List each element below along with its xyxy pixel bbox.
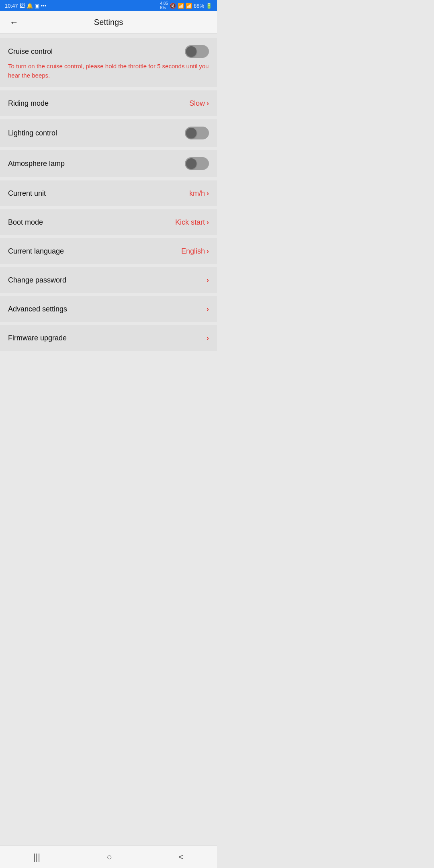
status-speed: 4.85 K/s xyxy=(160,1,168,10)
chevron-icon-current-unit: › xyxy=(207,189,209,198)
setting-value-advanced-settings: › xyxy=(207,305,209,313)
toggle-atmosphere-lamp[interactable] xyxy=(185,157,209,170)
chevron-icon-riding-mode: › xyxy=(207,99,209,108)
setting-row-current-language[interactable]: Current language English › xyxy=(0,238,217,264)
page-title: Settings xyxy=(94,18,123,27)
setting-value-text-boot-mode: Kick start xyxy=(175,218,205,227)
setting-row-advanced-settings[interactable]: Advanced settings › xyxy=(0,296,217,322)
toggle-slider-lighting-control xyxy=(185,127,209,139)
setting-row-change-password[interactable]: Change password › xyxy=(0,267,217,293)
status-wifi-icon: 📶 xyxy=(178,3,184,9)
setting-value-firmware-upgrade: › xyxy=(207,334,209,342)
setting-value-text-riding-mode: Slow xyxy=(189,99,205,108)
toggle-slider-atmosphere-lamp xyxy=(185,157,209,170)
setting-value-text-current-language: English xyxy=(181,247,205,256)
setting-row-cruise-control: Cruise control To turn on the cruise con… xyxy=(0,38,217,87)
setting-value-current-unit: km/h › xyxy=(189,189,209,198)
setting-label-advanced-settings: Advanced settings xyxy=(8,305,67,313)
cruise-note: To turn on the cruise control, please ho… xyxy=(8,62,209,80)
chevron-icon-boot-mode: › xyxy=(207,218,209,227)
setting-label-lighting-control: Lighting control xyxy=(8,129,57,137)
back-button[interactable]: ← xyxy=(6,14,22,31)
setting-value-change-password: › xyxy=(207,276,209,285)
toggle-cruise-control[interactable] xyxy=(185,45,209,58)
chevron-icon-firmware-upgrade: › xyxy=(207,334,209,342)
status-dots: ••• xyxy=(41,3,47,9)
setting-label-current-unit: Current unit xyxy=(8,189,46,198)
status-nfc-icon: ▣ xyxy=(35,3,39,9)
status-battery: 88% xyxy=(194,3,204,9)
setting-label-boot-mode: Boot mode xyxy=(8,218,43,227)
status-time: 10:47 xyxy=(5,3,18,9)
setting-label-current-language: Current language xyxy=(8,247,64,256)
setting-label-change-password: Change password xyxy=(8,276,66,285)
status-vpn-icon: 🔔 xyxy=(27,3,33,9)
toggle-lighting-control[interactable] xyxy=(185,127,209,139)
status-bar: 10:47 🖼 🔔 ▣ ••• 4.85 K/s 🔇 📶 📶 88% 🔋 xyxy=(0,0,217,11)
setting-value-text-current-unit: km/h xyxy=(189,189,205,198)
setting-label-atmosphere-lamp: Atmosphere lamp xyxy=(8,160,65,168)
setting-value-current-language: English › xyxy=(181,247,209,256)
setting-label-riding-mode: Riding mode xyxy=(8,99,49,108)
status-signal-icon: 📶 xyxy=(186,3,192,9)
settings-list: Cruise control To turn on the cruise con… xyxy=(0,34,217,383)
chevron-icon-advanced-settings: › xyxy=(207,305,209,313)
toggle-slider-cruise-control xyxy=(185,45,209,58)
settings-content: Cruise control To turn on the cruise con… xyxy=(0,34,217,355)
setting-row-riding-mode[interactable]: Riding mode Slow › xyxy=(0,90,217,116)
setting-row-current-unit[interactable]: Current unit km/h › xyxy=(0,180,217,206)
app-bar: ← Settings xyxy=(0,11,217,34)
setting-row-atmosphere-lamp: Atmosphere lamp xyxy=(0,150,217,177)
setting-row-firmware-upgrade[interactable]: Firmware upgrade › xyxy=(0,325,217,351)
setting-row-boot-mode[interactable]: Boot mode Kick start › xyxy=(0,209,217,235)
setting-value-boot-mode: Kick start › xyxy=(175,218,209,227)
setting-row-lighting-control: Lighting control xyxy=(0,119,217,147)
setting-value-riding-mode: Slow › xyxy=(189,99,209,108)
setting-label-cruise-control: Cruise control xyxy=(8,47,53,56)
status-gallery-icon: 🖼 xyxy=(20,3,25,9)
chevron-icon-current-language: › xyxy=(207,247,209,256)
status-mute-icon: 🔇 xyxy=(170,3,176,9)
chevron-icon-change-password: › xyxy=(207,276,209,285)
setting-label-firmware-upgrade: Firmware upgrade xyxy=(8,334,67,342)
status-battery-icon: 🔋 xyxy=(206,3,212,9)
